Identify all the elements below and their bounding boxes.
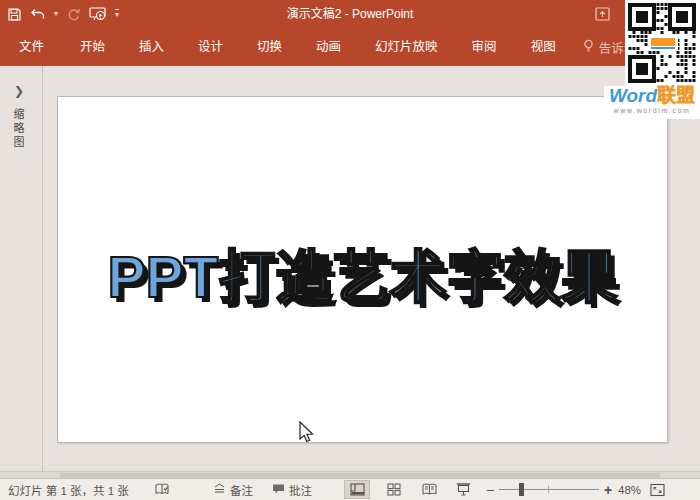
title-bar: ▾ ▾ 演示文稿2 - PowerPoint (0, 0, 700, 28)
slide-counter[interactable]: 幻灯片 第 1 张，共 1 张 (8, 479, 129, 500)
tab-home[interactable]: 开始 (63, 28, 122, 66)
tab-animations[interactable]: 动画 (299, 28, 358, 66)
zoom-out-button[interactable]: − (486, 479, 494, 500)
tab-view[interactable]: 视图 (514, 28, 573, 66)
comments-button[interactable]: 批注 (272, 479, 312, 500)
workspace: ❯ 缩略图 PPT打造艺术字效果 (0, 66, 700, 471)
slide-sorter-view-button[interactable] (381, 480, 407, 499)
tab-file[interactable]: 文件 (0, 28, 63, 66)
tab-transitions[interactable]: 切换 (240, 28, 299, 66)
tab-insert[interactable]: 插入 (122, 28, 181, 66)
zoom-level[interactable]: 48% (618, 479, 641, 500)
zoom-slider-thumb[interactable] (519, 483, 524, 496)
expand-pane-chevron-icon[interactable]: ❯ (14, 84, 24, 98)
lightbulb-icon (583, 39, 594, 56)
zoom-slider-midpoint (548, 486, 549, 493)
slide-canvas[interactable]: PPT打造艺术字效果 (57, 96, 668, 443)
horizontal-scrollbar[interactable] (0, 471, 700, 478)
slideshow-view-button[interactable] (450, 480, 476, 499)
tab-slideshow[interactable]: 幻灯片放映 (358, 28, 455, 66)
fit-slide-to-window-button[interactable] (650, 479, 665, 500)
tab-review[interactable]: 审阅 (455, 28, 514, 66)
comment-icon (272, 483, 285, 497)
logo-url: www.wordlm.com (604, 106, 700, 116)
zoom-in-button[interactable]: + (604, 479, 612, 500)
tab-design[interactable]: 设计 (181, 28, 240, 66)
ribbon-display-options-icon[interactable] (595, 7, 610, 25)
notes-button[interactable]: 备注 (213, 479, 253, 500)
thumbnail-pane-collapsed: ❯ 缩略图 (0, 66, 43, 471)
proofing-icon[interactable] (155, 479, 170, 500)
notes-icon (213, 483, 226, 497)
logo-latin-text: Word (609, 85, 657, 106)
status-bar: 幻灯片 第 1 张，共 1 张 备注 批注 − + 48% (0, 478, 700, 500)
zoom-slider-track[interactable] (499, 489, 599, 490)
logo-cn-text: 联盟 (657, 85, 695, 106)
qr-code-canvas (628, 3, 697, 83)
powerpoint-window: ▾ ▾ 演示文稿2 - PowerPoint 文件 开始 插入 设计 切换 动画… (0, 0, 700, 500)
reading-view-button[interactable] (416, 480, 442, 499)
watermark-logo: Word联盟 www.wordlm.com (604, 86, 700, 119)
thumbnail-pane-label[interactable]: 缩略图 (10, 108, 26, 150)
normal-view-button[interactable] (344, 480, 370, 499)
ribbon-tab-bar: 文件 开始 插入 设计 切换 动画 幻灯片放映 审阅 视图 告诉我... 登录 (0, 28, 700, 66)
wordart-text[interactable]: PPT打造艺术字效果 (108, 231, 618, 313)
comments-label: 批注 (289, 482, 312, 498)
qr-code (625, 0, 700, 86)
notes-label: 备注 (230, 482, 253, 498)
